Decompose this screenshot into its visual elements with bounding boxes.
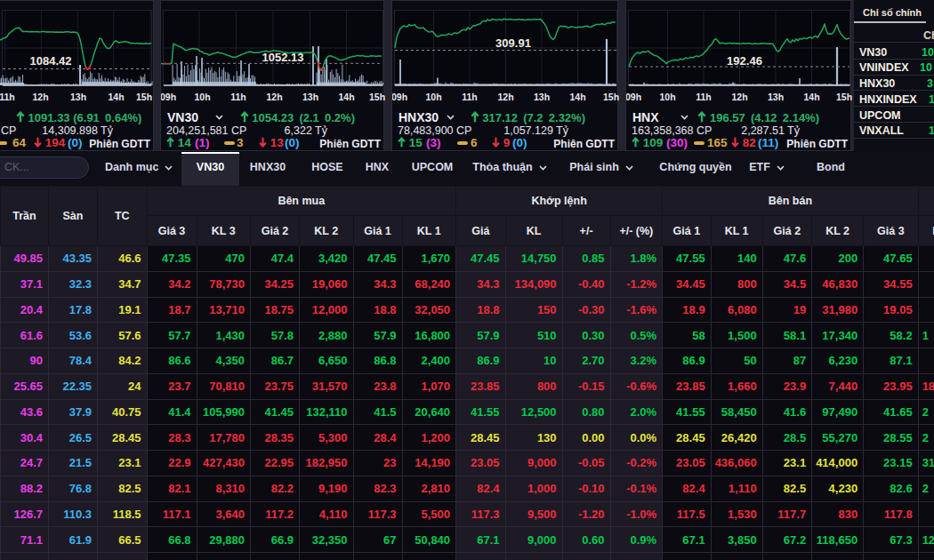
svg-text:15h: 15h (836, 92, 852, 102)
svg-text:11h: 11h (462, 92, 478, 102)
svg-text:10h: 10h (425, 92, 441, 102)
svg-text:12h: 12h (497, 92, 513, 102)
svg-text:10h: 10h (659, 92, 675, 102)
svg-text:14h: 14h (338, 92, 354, 102)
svg-text:12h: 12h (32, 92, 48, 102)
svg-text:13h: 13h (768, 92, 784, 102)
svg-text:15h: 15h (369, 92, 385, 102)
svg-text:11h: 11h (696, 92, 712, 102)
svg-text:309.91: 309.91 (495, 36, 531, 50)
svg-text:1084.42: 1084.42 (30, 54, 72, 68)
svg-text:11h: 11h (0, 92, 15, 102)
svg-text:15h: 15h (603, 92, 619, 102)
svg-text:14h: 14h (569, 92, 585, 102)
svg-text:09h: 09h (161, 92, 176, 102)
svg-text:13h: 13h (534, 92, 550, 102)
svg-text:14h: 14h (108, 92, 124, 102)
svg-text:14h: 14h (803, 92, 819, 102)
svg-text:15h: 15h (136, 92, 152, 102)
svg-text:09h: 09h (392, 92, 407, 102)
svg-text:10h: 10h (194, 92, 210, 102)
svg-text:13h: 13h (70, 92, 86, 102)
svg-text:12h: 12h (266, 92, 282, 102)
svg-text:09h: 09h (626, 92, 641, 102)
svg-text:1052.13: 1052.13 (262, 51, 304, 64)
svg-text:11h: 11h (230, 92, 246, 102)
svg-text:192.46: 192.46 (727, 54, 762, 68)
svg-text:12h: 12h (731, 92, 747, 102)
svg-text:13h: 13h (302, 92, 318, 102)
